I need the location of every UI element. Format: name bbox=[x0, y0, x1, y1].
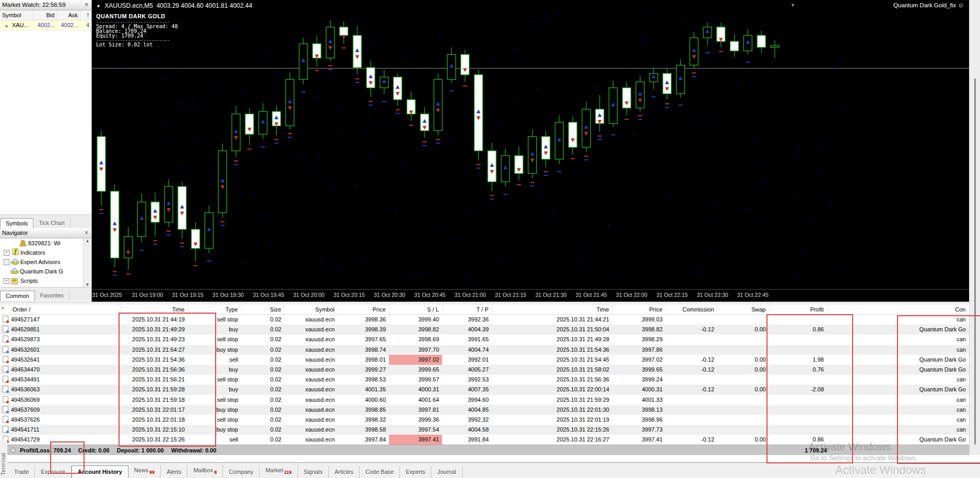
table-row[interactable]: 4945271472025.10.31 21:44:19sell stop0.0… bbox=[0, 315, 969, 325]
expert-advisor-label[interactable]: Quantum Dark Gold_fix ☺ bbox=[893, 2, 964, 8]
cell: xauusd.ecn bbox=[285, 405, 338, 415]
column-header-symbol[interactable]: Symbol bbox=[285, 305, 338, 315]
table-row[interactable]: 4945417292025.10.31 22:15:26sell0.02xauu… bbox=[0, 435, 969, 445]
ask-cell: 4002... bbox=[57, 20, 80, 30]
mw-col-ask[interactable]: Ask bbox=[57, 10, 80, 20]
cell: sell bbox=[188, 435, 241, 445]
cell bbox=[769, 405, 827, 415]
terminal-side-tab[interactable]: Terminal bbox=[0, 441, 7, 478]
table-row[interactable]: 4945326012025.10.31 21:54:27buy stop0.02… bbox=[0, 345, 969, 355]
cell: -0.12 bbox=[666, 435, 717, 445]
cell: can bbox=[827, 334, 969, 344]
up-arrow-icon: ▲ bbox=[2, 23, 11, 28]
cell: buy bbox=[188, 385, 241, 395]
column-header-price[interactable]: Price bbox=[612, 305, 666, 315]
tab-journal[interactable]: Journal bbox=[431, 466, 462, 478]
table-row[interactable]: 4945376092025.10.31 22:01:17buy stop0.02… bbox=[0, 405, 969, 415]
tab-favorites[interactable]: Favorites bbox=[35, 291, 69, 301]
tab-trade[interactable]: Trade bbox=[8, 466, 35, 478]
scroll-down-icon[interactable]: ▼ bbox=[86, 282, 90, 287]
cell: xauusd.ecn bbox=[285, 435, 338, 445]
column-header-swap[interactable]: Swap bbox=[717, 305, 769, 315]
mw-col-![interactable]: ! bbox=[80, 10, 91, 20]
table-row[interactable]: 4945344702025.10.31 21:56:36buy0.02xauus… bbox=[0, 365, 969, 375]
cell bbox=[769, 334, 827, 344]
table-row[interactable]: 4945326412025.10.31 21:54:36sell0.02xauu… bbox=[0, 355, 969, 365]
cell: 1.98 bbox=[769, 355, 827, 365]
tab-mailbox[interactable]: Mailbox8 bbox=[187, 464, 223, 478]
tab-common[interactable]: Common bbox=[0, 291, 35, 301]
vertical-scrollbar[interactable] bbox=[969, 0, 980, 478]
tab-symbols[interactable]: Symbols bbox=[0, 218, 33, 229]
table-row[interactable]: 4945376262025.10.31 22:01:18sell stop0.0… bbox=[0, 415, 969, 425]
cell: buy stop bbox=[188, 345, 241, 355]
column-header-tp[interactable]: T / P bbox=[442, 305, 492, 315]
navigator-scrollbar[interactable]: ▲▼ bbox=[83, 238, 91, 287]
chart-shift-icon[interactable]: ▼ bbox=[790, 3, 795, 8]
cell: 2025.10.31 21:59:28 bbox=[120, 385, 188, 395]
column-header-con[interactable]: Con bbox=[827, 305, 969, 315]
sidebar-item-8329821-wi[interactable]: 8329821: Wi bbox=[0, 238, 91, 248]
column-header-time[interactable]: Time bbox=[120, 305, 188, 315]
account-icon bbox=[19, 240, 26, 246]
tab-news[interactable]: News99 bbox=[128, 464, 161, 478]
tab-code-base[interactable]: Code Base bbox=[360, 466, 400, 478]
cell: 2025.10.31 22:15:10 bbox=[120, 425, 188, 435]
scrollbar-thumb[interactable] bbox=[974, 78, 976, 445]
market-watch-row[interactable]: ▲XAU...4002...4002...4 bbox=[0, 20, 91, 31]
expand-icon[interactable]: + bbox=[4, 250, 9, 256]
tab-experts[interactable]: Experts bbox=[400, 466, 431, 478]
table-row[interactable]: 4945344912025.10.31 21:56:21sell stop0.0… bbox=[0, 375, 969, 385]
tab-exposure[interactable]: Exposure bbox=[35, 466, 71, 478]
cell: 2025.10.31 21:54:27 bbox=[120, 345, 188, 355]
sidebar-item-indicators[interactable]: +Indicators bbox=[0, 248, 91, 257]
candlestick-chart[interactable] bbox=[92, 0, 969, 289]
collapse-icon[interactable]: - bbox=[4, 259, 9, 265]
column-header-commission[interactable]: Commission bbox=[666, 305, 717, 315]
table-row[interactable]: 4945298732025.10.31 21:49:23sell stop0.0… bbox=[0, 334, 969, 344]
cell bbox=[769, 395, 827, 405]
close-icon[interactable]: × bbox=[84, 0, 89, 10]
buy-order-icon bbox=[3, 426, 8, 433]
cell: 3997.81 bbox=[389, 405, 442, 415]
table-row[interactable]: 4945360632025.10.31 21:59:28buy0.02xauus… bbox=[0, 385, 969, 395]
chevron-down-icon[interactable]: ▼ bbox=[96, 4, 101, 9]
tab-tick-chart[interactable]: Tick Chart bbox=[33, 218, 70, 228]
sidebar-item-expert-advisors[interactable]: -Expert Advisors bbox=[0, 257, 91, 267]
sidebar-item-scripts[interactable]: +Scripts bbox=[0, 276, 91, 285]
cell: 3998.32 bbox=[338, 415, 389, 425]
column-header-size[interactable]: Size bbox=[241, 305, 285, 315]
sidebar-item-quantum-dark-g[interactable]: Quantum Dark G bbox=[0, 267, 91, 276]
tab-company[interactable]: Company bbox=[223, 466, 259, 478]
mw-col-symbol[interactable]: Symbol bbox=[0, 10, 33, 20]
column-header-price[interactable]: Price bbox=[338, 305, 389, 315]
mw-col-bid[interactable]: Bid bbox=[33, 10, 57, 20]
tab-signals[interactable]: Signals bbox=[298, 466, 329, 478]
tab-account-history[interactable]: Account History bbox=[72, 465, 128, 478]
close-icon[interactable]: × bbox=[1, 305, 4, 311]
column-header-sl[interactable]: S / L bbox=[389, 305, 442, 315]
column-header-time[interactable]: Time bbox=[492, 305, 612, 315]
scroll-up-icon[interactable]: ▲ bbox=[86, 238, 90, 243]
column-header-order[interactable]: Order / bbox=[0, 305, 120, 315]
cell: 494541711 bbox=[0, 425, 120, 435]
cell: xauusd.ecn bbox=[285, 355, 338, 365]
chart-title[interactable]: ▼ XAUUSD.ecn,M5 4003.29 4004.60 4001.81 … bbox=[96, 2, 252, 9]
column-header-type[interactable]: Type bbox=[188, 305, 241, 315]
tab-market[interactable]: Market119 bbox=[259, 464, 298, 478]
table-row[interactable]: 4945298512025.10.31 21:49:29buy0.02xauus… bbox=[0, 325, 969, 334]
table-row[interactable]: 4945360692025.10.31 21:59:18sell stop0.0… bbox=[0, 395, 969, 405]
tree-item-label: Expert Advisors bbox=[20, 257, 60, 267]
column-header-profit[interactable]: Profit bbox=[769, 305, 827, 315]
cell: 494532601 bbox=[0, 345, 120, 355]
cell: 4004.85 bbox=[442, 405, 492, 415]
market-watch-header: SymbolBidAsk! bbox=[0, 10, 91, 20]
cell: 4000.31 bbox=[389, 385, 442, 395]
tab-articles[interactable]: Articles bbox=[329, 466, 360, 478]
tab-alerts[interactable]: Alerts bbox=[161, 466, 187, 478]
expand-icon[interactable]: + bbox=[4, 278, 9, 284]
cell: 4005.27 bbox=[442, 365, 492, 375]
overlay-lot: Lot Size: 0.02 lot bbox=[96, 42, 178, 47]
close-icon[interactable]: × bbox=[84, 228, 89, 238]
table-row[interactable]: 4945417112025.10.31 22:15:10buy stop0.02… bbox=[0, 425, 969, 435]
